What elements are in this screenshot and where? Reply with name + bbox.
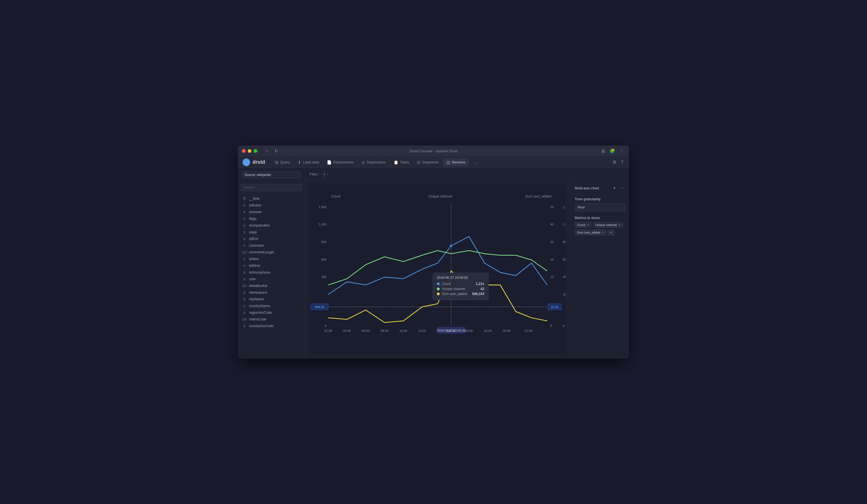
svg-text:0: 0 (563, 324, 565, 328)
sidebar-item-comment[interactable]: A comment (238, 242, 305, 249)
item-name-label: isUnpatrolled (249, 224, 269, 227)
sidebar-item-namespace[interactable]: A namespace (238, 289, 305, 296)
item-type-icon: A (242, 278, 247, 281)
svg-text:10: 10 (550, 275, 554, 279)
item-name-label: commentLength (249, 250, 274, 254)
nav-query-label: Query (280, 160, 290, 164)
item-type-icon: A (242, 217, 247, 221)
segments-icon: ⊟ (417, 160, 420, 164)
item-type-icon: 123 (242, 318, 247, 321)
sidebar-item-metroCode[interactable]: 123 metroCode (238, 316, 305, 323)
item-name-label: cityName (249, 297, 264, 301)
sidebar-item-user[interactable]: A user (238, 276, 305, 282)
sidebar-item-isUnpatrolled[interactable]: A isUnpatrolled (238, 222, 305, 229)
nav-more[interactable]: ... (471, 158, 481, 166)
brand-logo (243, 158, 250, 166)
item-type-icon: A (242, 211, 247, 214)
sidebar-item-page[interactable]: A page (238, 229, 305, 236)
window-title: Druid Console - Apache Druid (409, 149, 458, 153)
remove-count-button[interactable]: × (587, 223, 589, 227)
filter-add-button[interactable]: + (321, 171, 328, 178)
remove-sum-button[interactable]: × (602, 231, 603, 234)
sidebar-item-isRobot[interactable]: A isRobot (238, 202, 305, 209)
item-type-icon: A (242, 264, 247, 267)
sidebar-item-countryIsoCode[interactable]: A countryIsoCode (238, 323, 305, 329)
item-name-label: comment (249, 244, 264, 248)
app-window: ← ↻ Druid Console - Apache Druid ⊞ 🧩 ⋮ d… (238, 146, 629, 358)
svg-text:600,000: 600,000 (563, 258, 566, 261)
svg-text:400,000: 400,000 (563, 275, 566, 279)
metric-unique-channel-label: Unique channel (596, 223, 617, 227)
item-type-icon: 123 (242, 285, 247, 288)
item-type-icon: A (242, 291, 247, 294)
search-input[interactable] (241, 184, 302, 191)
metric-tag-sum: Sum sum_added × (575, 229, 607, 236)
sidebar-item-cityName[interactable]: A cityName (238, 296, 305, 302)
source-select[interactable]: Source: wikipedia (241, 171, 301, 179)
menu-icon[interactable]: ⋮ (618, 147, 625, 155)
supervisors-icon: ◎ (362, 160, 365, 164)
sidebar-item-isAnonymous[interactable]: A isAnonymous (238, 269, 305, 276)
sidebar-item-deltaBucket[interactable]: 123 deltaBucket (238, 282, 305, 289)
item-name-label: page (249, 230, 257, 234)
granularity-section: Time granularity Hour (575, 197, 625, 211)
sidebar-item-regionIsoCode[interactable]: A regionIsoCode (238, 309, 305, 316)
nav-more-label: ... (474, 160, 478, 164)
item-name-label: diffUrl (249, 237, 258, 241)
nav-datasources[interactable]: 📄 Datasources (323, 158, 357, 166)
svg-text:20: 20 (550, 258, 554, 261)
settings-icon[interactable]: ⚙ (611, 158, 618, 166)
sidebar-item-commentLength[interactable]: 123 commentLength (238, 249, 305, 256)
item-name-label: isMinor (249, 264, 260, 268)
item-type-icon: 123 (242, 251, 247, 254)
chart-type-label: Multi-axis chart (575, 186, 599, 190)
metric-count-label: Count (577, 223, 585, 227)
item-name-label: namespace (249, 291, 267, 294)
chart-panel-row: ⬇ (305, 180, 629, 358)
item-type-icon: A (242, 244, 247, 247)
nav-segments[interactable]: ⊟ Segments (414, 158, 442, 166)
metrics-tags: Count × Unique channel × Sum sum_added × (575, 222, 625, 236)
sidebar-item-flags[interactable]: A flags (238, 215, 305, 222)
forward-button[interactable]: ↻ (273, 148, 280, 154)
chart-options-menu[interactable]: ⋯ (619, 185, 625, 191)
datasources-icon: 📄 (327, 160, 332, 164)
remove-unique-channel-button[interactable]: × (618, 223, 620, 227)
content-area: Filter: + ⬇ (305, 169, 629, 358)
brand: druid (243, 158, 265, 166)
nav-services[interactable]: ◫ Services (443, 158, 469, 166)
sidebar-item-isMinor[interactable]: A isMinor (238, 262, 305, 269)
item-type-icon: A (242, 204, 247, 207)
nav-supervisors[interactable]: ◎ Supervisors (358, 158, 389, 166)
nav-query[interactable]: ⊞ Query (272, 158, 293, 166)
back-button[interactable]: ← (264, 148, 271, 154)
granularity-select[interactable]: Hour (575, 203, 625, 211)
sidebar-header: Source: wikipedia (238, 169, 305, 182)
sidebar-item-diffUrl[interactable]: A diffUrl (238, 236, 305, 242)
sidebar-item-channel[interactable]: A channel (238, 209, 305, 215)
extensions-icon[interactable]: ⊞ (600, 147, 606, 155)
close-button[interactable] (242, 149, 246, 153)
filter-label: Filter: (310, 172, 319, 176)
chart-type-dropdown[interactable]: ▼ (612, 185, 617, 191)
svg-text:12:00: 12:00 (418, 329, 426, 332)
sidebar-item-countryName[interactable]: A countryName (238, 302, 305, 309)
navbar: druid ⊞ Query ⬆ Load data 📄 Datasources … (238, 156, 629, 169)
metric-sum-label: Sum sum_added (577, 231, 600, 234)
add-metric-button[interactable]: + (608, 229, 614, 236)
item-type-icon: A (242, 237, 247, 240)
nav-segments-label: Segments (422, 160, 439, 164)
nav-load-data[interactable]: ⬆ Load data (295, 158, 322, 166)
sidebar-item-__time[interactable]: ⏱ __time (238, 195, 305, 202)
titlebar: ← ↻ Druid Console - Apache Druid ⊞ 🧩 ⋮ (238, 146, 629, 156)
minimize-button[interactable] (248, 149, 251, 153)
svg-text:18:00: 18:00 (484, 329, 492, 332)
svg-text:50: 50 (550, 205, 554, 209)
sidebar-item-isNew[interactable]: A isNew (238, 256, 305, 262)
puzzle-icon[interactable]: 🧩 (608, 147, 616, 155)
help-icon[interactable]: ? (620, 158, 624, 166)
load-data-icon: ⬆ (298, 160, 301, 164)
nav-tasks[interactable]: 📋 Tasks (390, 158, 413, 166)
svg-text:10:00: 10:00 (399, 329, 407, 332)
maximize-button[interactable] (254, 149, 257, 153)
